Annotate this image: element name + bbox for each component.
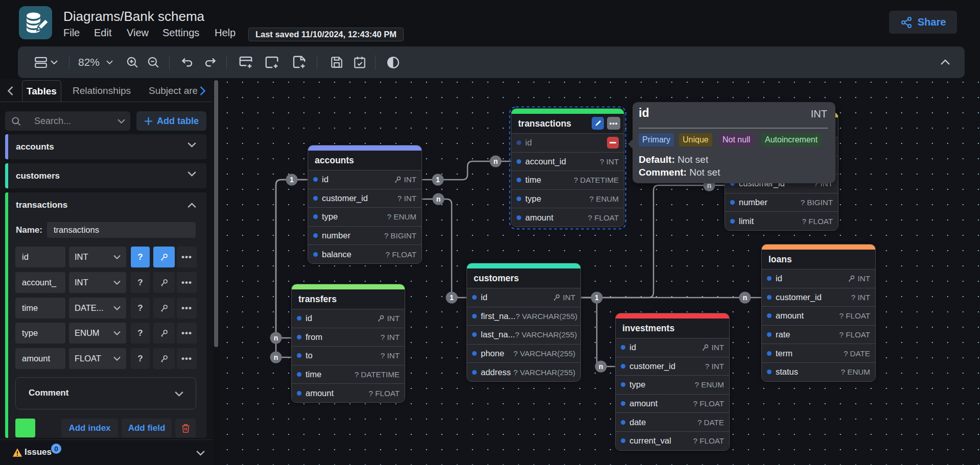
svg-text:n: n — [743, 293, 748, 302]
svg-text:n: n — [599, 362, 603, 371]
svg-text:n: n — [436, 195, 441, 203]
svg-text:1: 1 — [290, 176, 294, 184]
svg-text:n: n — [274, 334, 278, 342]
svg-text:1: 1 — [436, 176, 440, 184]
svg-text:1: 1 — [450, 293, 454, 302]
svg-text:1: 1 — [595, 293, 599, 302]
svg-text:n: n — [494, 157, 498, 165]
svg-text:n: n — [274, 353, 278, 361]
